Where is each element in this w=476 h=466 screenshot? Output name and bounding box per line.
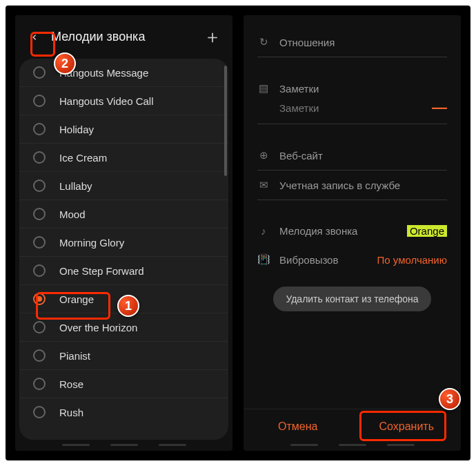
radio-icon[interactable]	[33, 123, 46, 135]
radio-icon[interactable]	[33, 179, 46, 192]
radio-icon[interactable]	[33, 378, 46, 390]
callout-badge-2: 2	[54, 52, 76, 75]
radio-icon[interactable]	[33, 293, 46, 305]
radio-icon[interactable]	[33, 349, 46, 362]
back-button[interactable]	[26, 29, 43, 46]
vibration-value: По умолчанию	[377, 254, 447, 266]
globe-icon: ⊕	[257, 149, 270, 162]
ringtone-row[interactable]: Mood	[19, 200, 228, 229]
contact-edit-screen: ↻ Отношения ▤ Заметки Заметки — ⊕ Веб-са…	[244, 15, 461, 451]
notes-input[interactable]: Заметки	[279, 102, 319, 114]
nav-bar	[244, 444, 461, 451]
callout-badge-1: 1	[117, 295, 139, 317]
ringtone-row[interactable]: Hangouts Video Call	[19, 87, 228, 115]
relationship-label: Отношения	[279, 37, 447, 48]
ringtone-row[interactable]: Pianist	[19, 342, 228, 370]
vibration-icon: 📳	[257, 253, 270, 266]
ringtone-label: Pianist	[59, 350, 90, 362]
radio-icon[interactable]	[33, 95, 46, 107]
ringtone-label: Rush	[59, 407, 83, 418]
notes-icon: ▤	[257, 82, 270, 95]
chat-icon: ✉	[257, 179, 270, 191]
ringtone-row[interactable]: ♪ Мелодия звонка Orange	[257, 217, 447, 245]
add-button[interactable]: ＋	[204, 25, 221, 49]
ringtone-label: Mood	[59, 208, 86, 220]
ringtone-row[interactable]: Ice Cream	[19, 144, 228, 172]
delete-contact-button[interactable]: Удалить контакт из телефона	[273, 287, 430, 311]
ringtone-value: Orange	[407, 225, 447, 237]
vibration-label: Вибровызов	[279, 254, 368, 266]
ringtone-label: Мелодия звонка	[279, 225, 397, 237]
footer-actions: Отмена Сохранить	[244, 409, 461, 444]
ringtone-row[interactable]: Rush	[19, 398, 228, 426]
notes-row[interactable]: ▤ Заметки	[257, 74, 447, 96]
ringtone-label: Over the Horizon	[59, 322, 137, 333]
ringtone-row[interactable]: Morning Glory	[19, 229, 228, 257]
ringtone-row[interactable]: One Step Forward	[19, 257, 228, 285]
chevron-left-icon	[30, 32, 39, 42]
ringtone-row[interactable]: Over the Horizon	[19, 313, 228, 342]
scrollbar[interactable]	[224, 66, 227, 176]
music-icon: ♪	[257, 225, 270, 237]
ringtone-row[interactable]: Rose	[19, 370, 228, 398]
website-row[interactable]: ⊕ Веб-сайт	[257, 141, 447, 171]
relationship-row[interactable]: ↻ Отношения	[257, 28, 447, 57]
appbar: Мелодии звонка ＋	[15, 15, 232, 59]
nav-bar	[15, 444, 232, 451]
callout-badge-3: 3	[439, 388, 461, 410]
radio-icon[interactable]	[33, 66, 46, 79]
ringtone-label: Holiday	[59, 124, 94, 135]
cancel-button[interactable]: Отмена	[244, 409, 353, 444]
radio-icon[interactable]	[33, 406, 46, 418]
ringtone-row[interactable]: Holiday	[19, 115, 228, 144]
ringtone-picker-screen: Мелодии звонка ＋ Hangouts MessageHangout…	[15, 15, 232, 451]
notes-label: Заметки	[279, 83, 447, 95]
ringtone-label: Morning Glory	[59, 237, 124, 249]
ringtone-label: Lullaby	[59, 180, 92, 192]
screen-title: Мелодии звонка	[51, 30, 204, 44]
relationship-icon: ↻	[257, 36, 270, 48]
website-label: Веб-сайт	[279, 150, 447, 162]
ringtone-label: Ice Cream	[59, 152, 107, 164]
ringtone-label: Rose	[59, 378, 83, 390]
ringtone-label: Orange	[59, 293, 94, 305]
ringtone-row[interactable]: Hangouts Message	[19, 59, 228, 87]
radio-icon[interactable]	[33, 264, 46, 277]
save-button[interactable]: Сохранить	[353, 409, 462, 444]
notes-field-row: Заметки —	[257, 96, 447, 124]
remove-notes-button[interactable]: —	[432, 99, 447, 117]
radio-icon[interactable]	[33, 321, 46, 333]
vibration-row[interactable]: 📳 Вибровызов По умолчанию	[257, 245, 447, 274]
account-label: Учетная запись в службе	[279, 179, 447, 191]
radio-icon[interactable]	[33, 208, 46, 220]
ringtone-label: One Step Forward	[59, 265, 144, 277]
radio-icon[interactable]	[33, 151, 46, 164]
account-row[interactable]: ✉ Учетная запись в службе	[257, 171, 447, 200]
ringtone-list-panel: Hangouts MessageHangouts Video CallHolid…	[19, 59, 228, 440]
ringtone-label: Hangouts Video Call	[59, 95, 153, 107]
radio-icon[interactable]	[33, 236, 46, 249]
ringtone-row[interactable]: Lullaby	[19, 172, 228, 200]
